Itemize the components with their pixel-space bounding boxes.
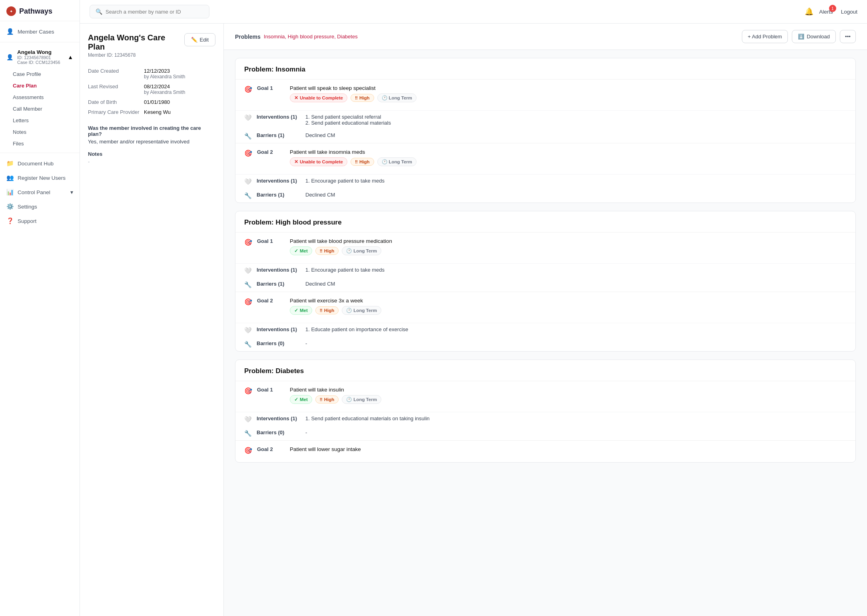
diabetes-goal-2-text: Patient will lower sugar intake — [290, 446, 361, 452]
goal-icon: 🎯 — [244, 447, 252, 454]
sidebar-item-letters[interactable]: Letters — [6, 115, 80, 126]
hbp-goal-1-badges: ✓ Met ‼ High 🕐 Long Term — [290, 246, 392, 255]
search-icon: 🔍 — [96, 8, 102, 15]
search-bar[interactable]: 🔍 — [90, 5, 209, 18]
hbp-goal-2-barriers: 🔧 Barriers (0) - — [235, 337, 855, 351]
barriers-text: - — [305, 340, 307, 346]
interventions-text: 1. Send patient specialist referral2. Se… — [305, 114, 391, 126]
problems-header-right: + Add Problem ⬇️ Download ••• — [742, 30, 856, 43]
dob-row: Date of Birth 01/01/1980 — [88, 97, 215, 107]
x-icon: ✕ — [294, 159, 298, 165]
sidebar-item-care-plan[interactable]: Care Plan — [6, 80, 80, 91]
clock-icon: 🕐 — [346, 248, 352, 254]
priority-badge-high: ‼ High — [315, 247, 339, 255]
sidebar-item-support[interactable]: ❓ Support — [0, 214, 80, 228]
insomnia-goal-1-text: Patient will speak to sleep specialist — [290, 85, 417, 91]
barriers-label: Barriers (0) — [257, 340, 301, 346]
diabetes-goal-2-label: Goal 2 — [257, 446, 285, 452]
sidebar-item-call-member[interactable]: Call Member — [6, 103, 80, 115]
member-cases-label: Member Cases — [18, 29, 54, 35]
status-badge-unable: ✕ Unable to Complete — [290, 157, 347, 166]
exclamation-icon: ‼ — [320, 248, 323, 253]
sidebar-item-settings[interactable]: ⚙️ Settings — [0, 199, 80, 214]
alerts-button[interactable]: 🔔 1 Alerts — [805, 7, 833, 16]
hbp-goal-1-barriers: 🔧 Barriers (1) Declined CM — [235, 278, 855, 292]
sidebar-item-document-hub[interactable]: 📁 Document Hub — [0, 156, 80, 171]
notes-section: Notes - — [88, 151, 215, 165]
settings-label: Settings — [18, 204, 37, 210]
sidebar-item-register-users[interactable]: 👥 Register New Users — [0, 171, 80, 185]
member-icon: 👤 — [6, 54, 13, 60]
sidebar-item-notes[interactable]: Notes — [6, 126, 80, 138]
diabetes-goal-1-text: Patient will take insulin — [290, 387, 381, 393]
involvement-question: Was the member involved in creating the … — [88, 125, 215, 137]
interventions-label: Interventions (1) — [257, 415, 301, 421]
edit-button[interactable]: ✏️ Edit — [184, 33, 215, 46]
search-input[interactable] — [106, 9, 203, 15]
logo-icon — [6, 6, 16, 16]
exclamation-icon: ‼ — [355, 95, 358, 100]
folder-icon: 📁 — [6, 160, 14, 167]
insomnia-goal-1-block: 🎯 Goal 1 Patient will speak to sleep spe… — [235, 79, 855, 143]
member-id: ID: 12345678901 — [17, 55, 60, 60]
notes-value: - — [88, 159, 215, 165]
barriers-label: Barriers (0) — [257, 429, 301, 435]
goal-icon: 🎯 — [244, 238, 252, 246]
app-name: Pathways — [19, 7, 52, 16]
main-content: 🔍 🔔 1 Alerts Logout Angela Wong's Care P… — [80, 0, 867, 616]
left-panel: Angela Wong's Care Plan Member ID: 12345… — [80, 24, 224, 616]
pcp-value: Keseng Wu — [144, 107, 215, 117]
insomnia-goal-2-label: Goal 2 — [257, 149, 285, 155]
problem-high-blood-pressure: Problem: High blood pressure 🎯 Goal 1 Pa… — [235, 211, 856, 352]
interventions-text: 1. Encourage patient to take meds — [305, 267, 385, 273]
register-icon: 👥 — [6, 174, 14, 181]
insomnia-goal-1-header: 🎯 Goal 1 Patient will speak to sleep spe… — [244, 85, 847, 102]
exclamation-icon: ‼ — [355, 159, 358, 164]
sidebar-item-control-panel[interactable]: 📊 Control Panel ▾ — [0, 185, 80, 199]
term-badge-long: 🕐 Long Term — [377, 93, 417, 102]
barrier-icon: 🔧 — [244, 281, 252, 288]
problem-insomnia-title: Problem: Insomnia — [235, 58, 855, 79]
insomnia-goal-2-interventions: 🤍 Interventions (1) 1. Encourage patient… — [235, 175, 855, 189]
interventions-text: 1. Educate patient on importance of exer… — [305, 326, 408, 332]
add-problem-button[interactable]: + Add Problem — [742, 30, 788, 43]
alerts-badge: 1 — [829, 5, 836, 12]
insomnia-goal-2-block: 🎯 Goal 2 Patient will take insomnia meds… — [235, 143, 855, 203]
clock-icon: 🕐 — [382, 159, 387, 165]
member-header[interactable]: 👤 Angela Wong ID: 12345678901 Case ID: C… — [0, 46, 80, 68]
notes-label: Notes — [88, 151, 215, 157]
more-icon: ••• — [845, 34, 851, 40]
download-button[interactable]: ⬇️ Download — [792, 30, 836, 43]
heart-icon: 🤍 — [244, 114, 252, 121]
more-options-button[interactable]: ••• — [840, 30, 856, 43]
status-badge-unable: ✕ Unable to Complete — [290, 93, 347, 102]
sidebar-item-case-profile[interactable]: Case Profile — [6, 68, 80, 80]
hbp-goal-1: 🎯 Goal 1 Patient will take blood pressur… — [235, 232, 855, 264]
insomnia-goal-2-header: 🎯 Goal 2 Patient will take insomnia meds… — [244, 149, 847, 166]
insomnia-goal-1-label: Goal 1 — [257, 85, 285, 91]
support-icon: ❓ — [6, 217, 14, 225]
sidebar-item-files[interactable]: Files — [6, 138, 80, 149]
dob-label: Date of Birth — [88, 97, 144, 107]
insomnia-goal-1-content: Patient will speak to sleep specialist ✕… — [290, 85, 417, 102]
pcp-label: Primary Care Provider — [88, 107, 144, 117]
barriers-label: Barriers (1) — [257, 132, 301, 138]
logout-button[interactable]: Logout — [841, 9, 857, 15]
insomnia-goal-1-interventions: 🤍 Interventions (1) 1. Send patient spec… — [235, 111, 855, 129]
hbp-goal-1-content: Patient will take blood pressure medicat… — [290, 238, 392, 255]
barriers-text: Declined CM — [305, 192, 335, 198]
diabetes-goal-2-content: Patient will lower sugar intake — [290, 446, 361, 452]
problem-hbp-title: Problem: High blood pressure — [235, 211, 855, 232]
check-icon: ✓ — [294, 248, 298, 254]
sidebar-item-member-cases[interactable]: 👤 Member Cases — [0, 24, 80, 39]
goal-icon: 🎯 — [244, 387, 252, 395]
clock-icon: 🕐 — [346, 397, 352, 402]
sidebar-item-assessments[interactable]: Assessments — [6, 91, 80, 103]
support-label: Support — [18, 218, 36, 224]
problem-insomnia: Problem: Insomnia 🎯 Goal 1 Patient will … — [235, 58, 856, 203]
sidebar-main-nav: 👤 Member Cases — [0, 21, 80, 42]
insomnia-goal-2-text: Patient will take insomnia meds — [290, 149, 417, 155]
member-section: 👤 Angela Wong ID: 12345678901 Case ID: C… — [0, 42, 80, 153]
status-badge-met: ✓ Met — [290, 306, 312, 315]
heart-icon: 🤍 — [244, 327, 252, 334]
